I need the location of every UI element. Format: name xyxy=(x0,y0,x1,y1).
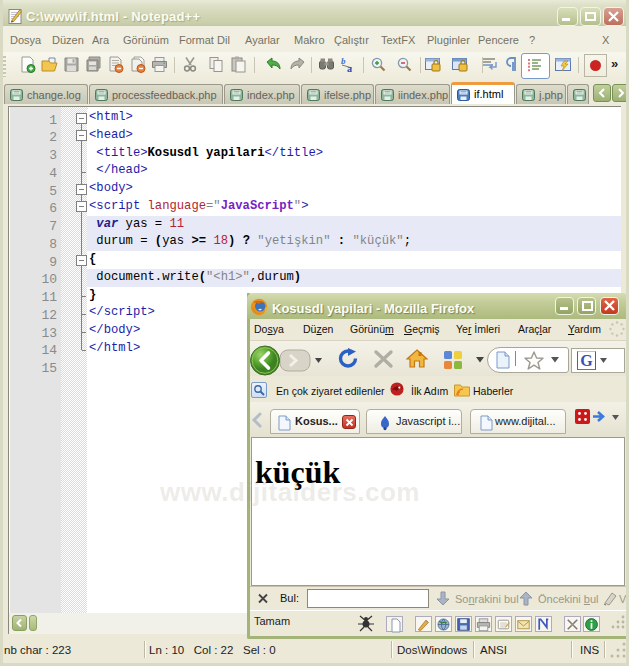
svg-text:b: b xyxy=(341,56,346,66)
svg-text:a: a xyxy=(347,63,352,73)
